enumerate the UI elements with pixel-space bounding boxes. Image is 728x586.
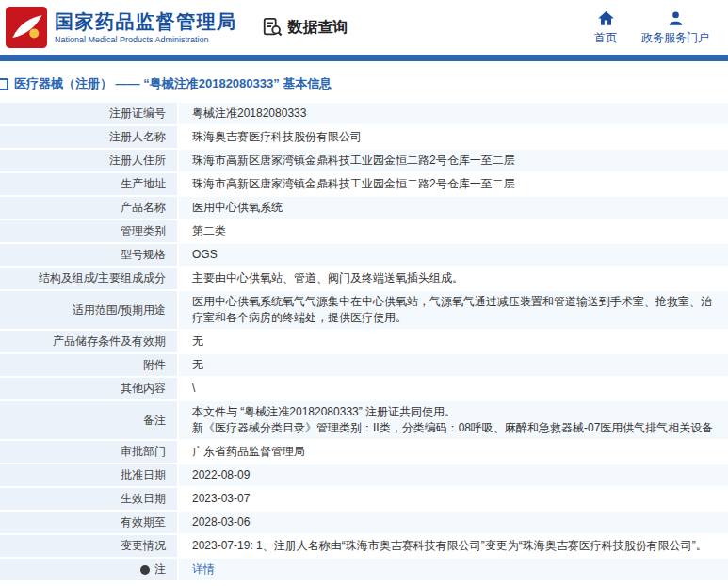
row-value: 本文件与 “粤械注准20182080333” 注册证共同使用。 新《医疗器械分类… xyxy=(179,401,728,439)
row-label: 注册人名称 xyxy=(0,126,177,148)
row-label: 变更情况 xyxy=(0,535,177,557)
row-label-text: 备注 xyxy=(143,413,166,429)
nav-gov-portal[interactable]: 政务服务门户 xyxy=(641,9,709,46)
row-value: 广东省药品监督管理局 xyxy=(179,441,728,463)
row-value: 主要由中心供氧站、管道、阀门及终端送氧插头组成。 xyxy=(179,268,728,289)
logo-text: 国家药品监督管理局 National Medical Products Admi… xyxy=(55,11,237,44)
table-row: 生产地址珠海市高新区唐家湾镇金鼎科技工业园金恒二路2号仓库一至二层 xyxy=(0,173,728,195)
nmpa-logo[interactable] xyxy=(6,7,47,48)
table-row: 适用范围/预期用途医用中心供氧系统氧气气源集中在中心供氧站，气源氧气通过减压装置… xyxy=(0,291,728,329)
row-label-text: 管理类别 xyxy=(121,223,166,239)
table-row: 管理类别第二类 xyxy=(0,220,728,242)
nmpa-logo-icon xyxy=(6,7,47,48)
table-row: 附件无 xyxy=(0,354,728,376)
breadcrumb: 医疗器械（注册） —— “粤械注准20182080333” 基本信息 xyxy=(0,61,728,103)
row-value: 2028-03-06 xyxy=(179,512,728,533)
row-label: 有效期至 xyxy=(0,512,177,533)
row-label: 产品储存条件及有效期 xyxy=(0,331,177,352)
table-row: 批准日期2022-08-09 xyxy=(0,464,728,486)
row-value: 珠海市高新区唐家湾镇金鼎科技工业园金恒二路2号仓库一至二层 xyxy=(179,173,728,195)
row-label-text: 型号规格 xyxy=(121,247,166,263)
row-label-text: 生效日期 xyxy=(121,491,166,507)
nav-home-label: 首页 xyxy=(594,30,617,46)
row-label: 产品名称 xyxy=(0,197,177,219)
row-label: 批准日期 xyxy=(0,464,177,486)
site-header: 国家药品监督管理局 National Medical Products Admi… xyxy=(0,0,728,55)
home-icon xyxy=(597,9,615,27)
row-value: 2023-03-07 xyxy=(179,488,728,510)
user-icon xyxy=(667,9,685,27)
row-label-text: 注册人住所 xyxy=(109,153,166,169)
registration-info-table: 注册证编号粤械注准20182080333注册人名称珠海奥吉赛医疗科技股份有限公司… xyxy=(0,103,728,580)
row-label-text: 附件 xyxy=(143,357,166,373)
row-label-text: 注 xyxy=(154,562,166,578)
row-label-text: 产品储存条件及有效期 xyxy=(53,334,166,350)
row-value: \ xyxy=(179,378,728,399)
top-nav: 首页 政务服务门户 xyxy=(594,9,717,46)
table-row: 其他内容\ xyxy=(0,378,728,399)
row-label-text: 结构及组成/主要组成成分 xyxy=(39,270,166,286)
data-query-icon xyxy=(262,17,283,38)
data-query-title: 数据查询 xyxy=(262,17,348,38)
row-label: 附件 xyxy=(0,354,177,376)
table-row: 变更情况2023-07-19: 1、注册人名称由“珠海市奥吉赛科技有限公司”变更… xyxy=(0,535,728,557)
row-label-text: 审批部门 xyxy=(121,444,166,460)
row-label: 型号规格 xyxy=(0,244,177,266)
row-label-text: 批准日期 xyxy=(121,467,166,483)
row-label-text: 变更情况 xyxy=(121,538,166,554)
row-label-text: 生产地址 xyxy=(121,176,166,192)
table-row: 注详情 xyxy=(0,559,728,580)
row-label: 管理类别 xyxy=(0,220,177,242)
header-divider-bar xyxy=(0,55,728,61)
table-row: 注册人名称珠海奥吉赛医疗科技股份有限公司 xyxy=(0,126,728,148)
row-value: 粤械注准20182080333 xyxy=(179,103,728,124)
row-label: 注 xyxy=(0,559,177,580)
table-row: 产品名称医用中心供氧系统 xyxy=(0,197,728,219)
row-value: 医用中心供氧系统 xyxy=(179,197,728,219)
table-row: 备注本文件与 “粤械注准20182080333” 注册证共同使用。 新《医疗器械… xyxy=(0,401,728,439)
row-label-text: 有效期至 xyxy=(121,514,166,530)
row-value: 第二类 xyxy=(179,220,728,242)
nav-home[interactable]: 首页 xyxy=(594,9,617,46)
row-label: 注册人住所 xyxy=(0,150,177,171)
row-label: 备注 xyxy=(0,401,177,439)
row-label-text: 注册证编号 xyxy=(109,106,166,122)
row-value: 珠海奥吉赛医疗科技股份有限公司 xyxy=(179,126,728,148)
breadcrumb-text: 医疗器械（注册） —— “粤械注准20182080333” 基本信息 xyxy=(14,75,332,92)
detail-link[interactable]: 详情 xyxy=(192,562,215,578)
table-row: 型号规格OGS xyxy=(0,244,728,266)
site-title: 国家药品监督管理局 xyxy=(55,11,237,33)
row-value: 2022-08-09 xyxy=(179,464,728,486)
row-label-text: 其他内容 xyxy=(121,381,166,397)
row-label: 审批部门 xyxy=(0,441,177,463)
note-icon xyxy=(140,565,150,575)
nav-gov-portal-label: 政务服务门户 xyxy=(641,30,709,46)
row-label-text: 注册人名称 xyxy=(109,129,166,145)
table-row: 有效期至2028-03-06 xyxy=(0,512,728,533)
row-label: 结构及组成/主要组成成分 xyxy=(0,268,177,289)
logo-block: 国家药品监督管理局 National Medical Products Admi… xyxy=(6,7,237,48)
row-value: OGS xyxy=(179,244,728,266)
table-row: 注册证编号粤械注准20182080333 xyxy=(0,103,728,124)
row-value: 医用中心供氧系统氧气气源集中在中心供氧站，气源氧气通过减压装置和管道输送到手术室… xyxy=(179,291,728,329)
row-value: 详情 xyxy=(179,559,728,580)
row-value: 2023-07-19: 1、注册人名称由“珠海市奥吉赛科技有限公司”变更为“珠海… xyxy=(179,535,728,557)
row-label: 其他内容 xyxy=(0,378,177,399)
row-value: 无 xyxy=(179,354,728,376)
data-query-label: 数据查询 xyxy=(288,18,348,38)
row-label-text: 适用范围/预期用途 xyxy=(73,302,166,318)
site-subtitle: National Medical Products Administration xyxy=(55,35,237,44)
row-label: 生产地址 xyxy=(0,173,177,195)
row-value: 无 xyxy=(179,331,728,352)
table-row: 产品储存条件及有效期无 xyxy=(0,331,728,352)
table-row: 结构及组成/主要组成成分主要由中心供氧站、管道、阀门及终端送氧插头组成。 xyxy=(0,268,728,289)
table-row: 生效日期2023-03-07 xyxy=(0,488,728,510)
breadcrumb-icon xyxy=(0,78,8,90)
table-row: 注册人住所珠海市高新区唐家湾镇金鼎科技工业园金恒二路2号仓库一至二层 xyxy=(0,150,728,171)
row-value: 珠海市高新区唐家湾镇金鼎科技工业园金恒二路2号仓库一至二层 xyxy=(179,150,728,171)
table-row: 审批部门广东省药品监督管理局 xyxy=(0,441,728,463)
row-label: 生效日期 xyxy=(0,488,177,510)
row-label: 适用范围/预期用途 xyxy=(0,291,177,329)
row-label: 注册证编号 xyxy=(0,103,177,124)
row-label-text: 产品名称 xyxy=(121,200,166,216)
